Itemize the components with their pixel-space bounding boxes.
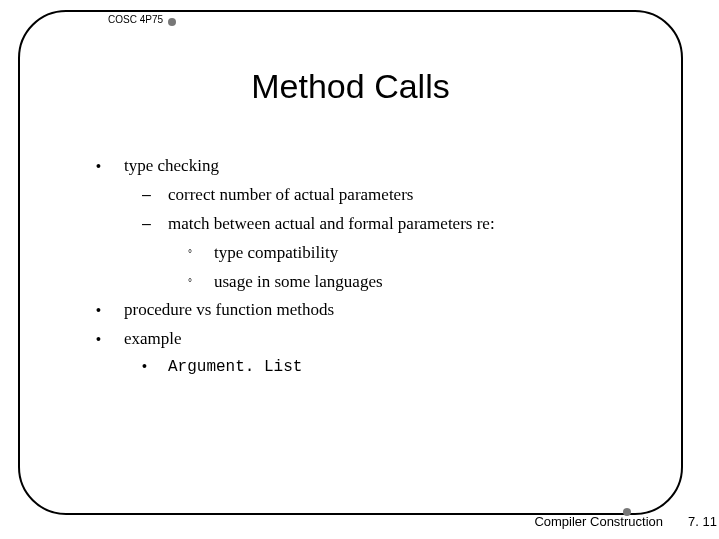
bullet-lvl3: ° usage in some languages	[188, 268, 656, 297]
bullet-lvl1: • example	[96, 325, 656, 354]
bullet-lvl1: • type checking	[96, 152, 656, 181]
bullet-text: type compatibility	[214, 239, 338, 268]
bullet-dot-icon: •	[142, 355, 168, 379]
bullet-text: procedure vs function methods	[124, 296, 334, 325]
bullet-dot-icon: •	[96, 299, 124, 323]
bullet-text: type checking	[124, 152, 219, 181]
bullet-text: example	[124, 325, 182, 354]
bullet-dash-icon: –	[142, 181, 168, 208]
bullet-dash-icon: –	[142, 210, 168, 237]
footer-text: Compiler Construction	[534, 514, 663, 529]
bullet-text: correct number of actual parameters	[168, 181, 413, 210]
bullet-degree-icon: °	[188, 274, 214, 291]
bullet-lvl2: • Argument. List	[142, 354, 656, 381]
bullet-text: match between actual and formal paramete…	[168, 210, 495, 239]
slide-frame: COSC 4P75 Method Calls • type checking –…	[18, 10, 683, 515]
course-code: COSC 4P75	[102, 14, 169, 25]
bullet-lvl3: ° type compatibility	[188, 239, 656, 268]
decorative-dot-top	[168, 18, 176, 26]
page-number: 7. 11	[688, 514, 717, 529]
slide-title: Method Calls	[20, 67, 681, 106]
bullet-dot-icon: •	[96, 328, 124, 352]
bullet-lvl2: – correct number of actual parameters	[142, 181, 656, 210]
bullet-lvl2: – match between actual and formal parame…	[142, 210, 656, 239]
bullet-dot-icon: •	[96, 155, 124, 179]
bullet-lvl1: • procedure vs function methods	[96, 296, 656, 325]
bullet-degree-icon: °	[188, 245, 214, 262]
slide-content: • type checking – correct number of actu…	[96, 152, 656, 381]
bullet-text: usage in some languages	[214, 268, 383, 297]
bullet-text: Argument. List	[168, 354, 302, 381]
